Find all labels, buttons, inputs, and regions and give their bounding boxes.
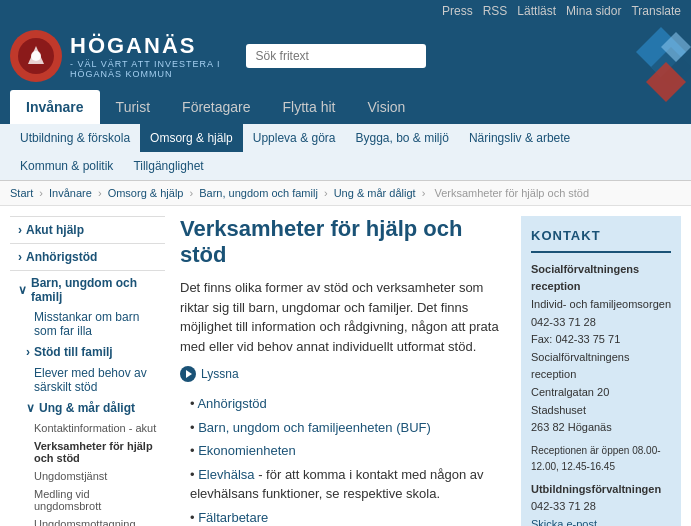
dept-social-name2: Socialförvaltningens reception [531,349,671,384]
sidebar-misstankar[interactable]: Misstankar om barn som far illa [10,307,165,341]
search-input[interactable] [246,44,426,68]
akut-label: Akut hjälp [26,223,84,237]
dept-social-sub: Individ- och familjeomsorgen [531,296,671,314]
misstankar-link[interactable]: Misstankar om barn som far illa [34,310,139,338]
breadcrumb-sep4: › [324,187,331,199]
sub-nav: Utbildning & förskola Omsorg & hjälp Upp… [0,124,691,181]
subnav-tillganglighet[interactable]: Tillgänglighet [123,152,213,180]
rss-link[interactable]: RSS [483,4,508,18]
svg-point-1 [31,51,41,61]
dept-social-addr1: Centralgatan 20 [531,384,671,402]
kontakt-link[interactable]: Kontaktinformation - akut [34,422,156,434]
dept-social-addr2: Stadshuset [531,402,671,420]
subnav-kommun[interactable]: Kommun & politik [10,152,123,180]
sidebar-ungdomstjanst[interactable]: Ungdomstjänst [10,467,165,485]
list-link[interactable]: Fältarbetare [198,510,268,525]
list-link[interactable]: Ekonomienheten [198,443,296,458]
ung-label: Ung & mår dåligt [39,401,135,415]
nav-flytta-hit[interactable]: Flytta hit [267,90,352,124]
breadcrumb-sep: › [39,187,46,199]
mina-sidor-link[interactable]: Mina sidor [566,4,621,18]
sidebar-ungdomsmottagning[interactable]: Ungdomsmottagning [10,515,165,526]
ungdomsmottagning-link[interactable]: Ungdomsmottagning [34,518,136,526]
listen-label: Lyssna [201,367,239,381]
stod-arrow: › [26,345,30,359]
contact-title: KONTAKT [531,226,671,253]
header-diamond [611,22,691,102]
page-title: Verksamheter för hjälp och stöd [180,216,506,268]
anhorig-label: Anhörigstöd [26,250,97,264]
site-title: HÖGANÄS [70,33,221,59]
header: HÖGANÄS - VÄL VÄRT ATT INVESTERA I HÖGAN… [0,22,691,90]
dept-social: Socialförvaltningens reception [531,261,671,296]
list-link[interactable]: Elevhälsa [198,467,254,482]
sidebar-kontakt[interactable]: Kontaktinformation - akut [10,419,165,437]
stod-label: Stöd till familj [34,345,113,359]
sidebar-item-akut[interactable]: › Akut hjälp [10,216,165,243]
left-sidebar: › Akut hjälp › Anhörigstöd ∨ Barn, ungdo… [10,216,165,526]
barn-arrow: ∨ [18,283,27,297]
akut-arrow: › [18,223,22,237]
skicka-epost-link[interactable]: Skicka e-post [531,518,597,526]
search-box [246,44,426,68]
barn-label: Barn, ungdom och familj [31,276,157,304]
subnav-naringsliv[interactable]: Näringsliv & arbete [459,124,580,152]
breadcrumb: Start › Invånare › Omsorg & hjälp › Barn… [0,181,691,206]
press-link[interactable]: Press [442,4,473,18]
right-sidebar: KONTAKT Socialförvaltningens reception I… [521,216,681,526]
page-layout: › Akut hjälp › Anhörigstöd ∨ Barn, ungdo… [0,206,691,526]
list-link[interactable]: Anhörigstöd [197,396,266,411]
reception-hours: Receptionen är öppen 08.00-12.00, 12.45-… [531,443,671,475]
nav-turist[interactable]: Turist [100,90,166,124]
logo-svg [16,36,56,76]
breadcrumb-barn[interactable]: Barn, ungdom och familj [199,187,318,199]
dept-social-phone: 042-33 71 28 [531,314,671,332]
ung-arrow: ∨ [26,401,35,415]
list-item: Fältarbetare [190,506,506,527]
breadcrumb-sep3: › [190,187,197,199]
list-item: Barn, ungdom och familjeenheten (BUF) [190,416,506,440]
breadcrumb-current: Verksamheter för hjälp och stöd [434,187,589,199]
breadcrumb-omsorg[interactable]: Omsorg & hjälp [108,187,184,199]
top-bar: Press RSS Lättläst Mina sidor Translate [0,0,691,22]
list-item: Anhörigstöd [190,392,506,416]
breadcrumb-invånare[interactable]: Invånare [49,187,92,199]
main-content: Verksamheter för hjälp och stöd Det finn… [180,216,506,526]
list-item: Elevhälsa - för att komma i kontakt med … [190,463,506,506]
breadcrumb-sep5: › [422,187,429,199]
sidebar-item-anhorig[interactable]: › Anhörigstöd [10,243,165,270]
logo-text: HÖGANÄS - VÄL VÄRT ATT INVESTERA I HÖGAN… [70,33,221,79]
subnav-bygga[interactable]: Bygga, bo & miljö [345,124,458,152]
sidebar-verksamheter[interactable]: Verksamheter för hjälp och stöd [10,437,165,467]
sidebar-medling[interactable]: Medling vid ungdomsbrott [10,485,165,515]
sidebar-item-barn[interactable]: ∨ Barn, ungdom och familj [10,270,165,307]
logo-area: HÖGANÄS - VÄL VÄRT ATT INVESTERA I HÖGAN… [10,30,221,82]
site-subtitle: - VÄL VÄRT ATT INVESTERA I [70,59,221,69]
main-nav: Invånare Turist Företagare Flytta hit Vi… [0,90,691,124]
ungdomstjanst-link[interactable]: Ungdomstjänst [34,470,107,482]
nav-vision[interactable]: Vision [351,90,421,124]
lattlast-link[interactable]: Lättläst [517,4,556,18]
contact-box: KONTAKT Socialförvaltningens reception I… [521,216,681,526]
listen-button[interactable]: Lyssna [180,366,239,382]
commune-name: HÖGANÄS KOMMUN [70,69,221,79]
nav-invånare[interactable]: Invånare [10,90,100,124]
elever-link[interactable]: Elever med behov av särskilt stöd [34,366,147,394]
medling-link[interactable]: Medling vid ungdomsbrott [34,488,101,512]
subnav-uppleva[interactable]: Uppleva & göra [243,124,346,152]
list1: Anhörigstöd Barn, ungdom och familjeenhe… [190,392,506,526]
breadcrumb-start[interactable]: Start [10,187,33,199]
breadcrumb-ung[interactable]: Ung & mår dåligt [334,187,416,199]
sidebar-ung[interactable]: ∨ Ung & mår dåligt [10,397,165,419]
sidebar-stod[interactable]: › Stöd till familj [10,341,165,363]
sidebar-elever[interactable]: Elever med behov av särskilt stöd [10,363,165,397]
dept-utb-phone: 042-33 71 28 [531,498,671,516]
subnav-omsorg[interactable]: Omsorg & hjälp [140,124,243,152]
subnav-utbildning[interactable]: Utbildning & förskola [10,124,140,152]
nav-företagare[interactable]: Företagare [166,90,266,124]
translate-link[interactable]: Translate [631,4,681,18]
play-icon [180,366,196,382]
breadcrumb-sep2: › [98,187,105,199]
intro-text: Det finns olika former av stöd och verks… [180,278,506,356]
list-link[interactable]: Barn, ungdom och familjeenheten (BUF) [198,420,431,435]
